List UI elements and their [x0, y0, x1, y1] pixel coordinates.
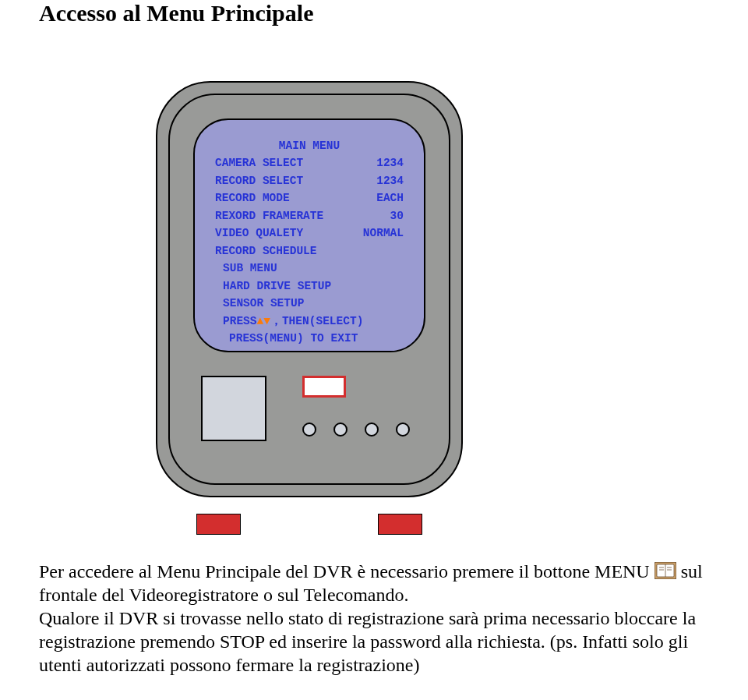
menu-row: VIDEO QUALETYNORMAL: [215, 224, 404, 242]
paragraph-text: Per accedere al Menu Principale del DVR …: [39, 561, 654, 582]
device-button-icon: [396, 422, 410, 437]
menu-row: RECORD SCHEDULE: [215, 242, 404, 260]
dvr-screen: MAIN MENU CAMERA SELECT1234 RECORD SELEC…: [193, 118, 425, 352]
device-button-icon: [302, 422, 316, 437]
paragraph-text: Qualore il DVR si trovasse nello stato d…: [39, 608, 696, 675]
device-slot: [302, 376, 346, 398]
menu-sub-item: SENSOR SETUP: [215, 295, 404, 312]
menu-press-line: PRESS▲▼，THEN(SELECT): [215, 313, 404, 330]
menu-sub-item: SUB MENU: [215, 260, 404, 277]
body-text: Per accedere al Menu Principale del DVR …: [39, 560, 709, 677]
menu-row: CAMERA SELECT1234: [215, 154, 404, 171]
menu-exit-line: PRESS(MENU) TO EXIT: [215, 330, 404, 347]
device-button-icon: [333, 422, 348, 437]
device-small-screen: [201, 376, 266, 441]
device-foot: [378, 514, 422, 535]
device-panel: [193, 368, 425, 461]
menu-row: RECORD MODEEACH: [215, 189, 404, 207]
menu-row: RECORD SELECT1234: [215, 172, 404, 189]
monitor-illustration: MAIN MENU CAMERA SELECT1234 RECORD SELEC…: [156, 81, 499, 497]
device-foot: [196, 514, 241, 535]
menu-sub-item: HARD DRIVE SETUP: [215, 278, 404, 295]
menu-row: REXORD FRAMERATE30: [215, 207, 404, 224]
orange-arrow-icon: ▼: [263, 315, 270, 327]
device-button-icon: [365, 422, 379, 437]
screen-heading: MAIN MENU: [215, 137, 404, 154]
orange-arrow-icon: ▲: [257, 315, 264, 327]
page-title: Accesso al Menu Principale: [39, 0, 709, 27]
menu-book-icon: [654, 562, 676, 579]
